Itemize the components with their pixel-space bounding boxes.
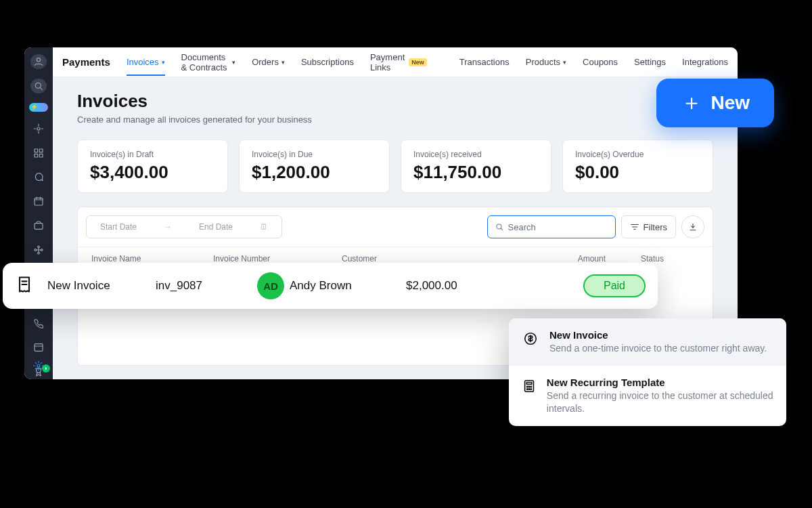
menu-item-desc: Send a recurring invoice to the customer… [547,389,774,415]
filter-icon [630,222,639,232]
settings-badge-icon [42,364,50,373]
svg-point-22 [528,386,529,387]
svg-rect-4 [39,149,43,152]
chevron-down-icon: ▾ [162,59,165,66]
svg-point-0 [37,58,40,62]
chevron-down-icon: ▾ [232,59,235,66]
svg-point-23 [531,386,531,387]
rocket-icon[interactable] [30,121,47,136]
nav-products[interactable]: Products ▾ [526,57,566,67]
svg-rect-8 [35,224,43,230]
nodes-icon[interactable] [30,242,47,257]
col-invoice-number: Invoice Number [213,254,342,263]
menu-new-invoice[interactable]: New Invoice Send a one-time invoice to t… [509,318,786,366]
svg-rect-3 [35,149,38,152]
page-header: Invoices Create and manage all invoices … [77,91,713,125]
menu-item-title: New Recurring Template [547,377,774,388]
svg-point-26 [531,389,531,389]
download-icon [688,222,698,232]
svg-rect-7 [35,198,43,206]
svg-point-17 [497,224,501,229]
menu-item-desc: Send a one-time invoice to the customer … [549,342,767,355]
invoice-doc-icon [15,275,34,297]
chevron-down-icon: ▾ [563,59,566,66]
arrow-right-icon: → [164,222,172,232]
menu-new-recurring[interactable]: New Recurring Template Send a recurring … [509,366,786,426]
page-subtitle: Create and manage all invoices generated… [77,114,713,125]
top-nav: Payments Invoices ▾ Documents & Contract… [53,47,738,77]
plus-icon: ＋ [681,88,702,118]
search-icon [495,222,504,232]
row-invoice-number: inv_9087 [156,279,257,293]
svg-rect-20 [526,382,531,384]
stat-row: Invoice(s) in Draft $3,400.00 Invoice(s)… [77,140,713,193]
briefcase-icon[interactable] [30,218,47,233]
col-customer: Customer [342,254,484,263]
row-amount: $2,000.00 [406,279,521,293]
stat-due: Invoice(s) in Due $1,200.00 [239,140,390,193]
stat-overdue: Invoice(s) Overdue $0.00 [562,140,713,193]
chevron-down-icon: ▾ [281,59,285,66]
nav-coupons[interactable]: Coupons [583,57,618,67]
row-customer-name: Andy Brown [290,279,352,293]
col-status: Status [606,254,699,263]
calculator-icon [521,377,537,396]
left-rail [24,47,53,379]
end-date-placeholder: End Date [199,222,233,232]
grid-icon[interactable] [30,146,47,161]
svg-point-2 [37,127,40,130]
dollar-circle-icon [521,329,540,348]
filters-button[interactable]: Filters [621,215,676,238]
row-invoice-name: New Invoice [47,279,156,293]
stat-draft: Invoice(s) in Draft $3,400.00 [77,140,228,193]
new-menu: New Invoice Send a one-time invoice to t… [509,318,786,426]
nav-payment-links[interactable]: Payment Links New [370,52,427,72]
date-range-picker[interactable]: Start Date → End Date 🗓 [86,215,282,238]
svg-point-21 [526,386,527,387]
table-toolbar: Start Date → End Date 🗓 Search Filters [78,207,713,247]
quick-toggle[interactable] [29,103,48,112]
user-avatar-icon[interactable] [30,54,47,69]
svg-point-16 [37,364,40,367]
svg-point-1 [35,83,41,88]
start-date-placeholder: Start Date [100,222,137,232]
page-title: Invoices [77,91,713,112]
customer-avatar: AD [257,272,284,299]
calendar-icon[interactable] [30,194,47,209]
calendar-icon: 🗓 [260,222,268,232]
svg-rect-6 [39,154,43,157]
svg-point-24 [526,389,527,389]
browser-icon[interactable] [30,340,47,355]
new-button-label: New [710,92,750,114]
chat-icon[interactable] [30,170,47,185]
nav-subscriptions[interactable]: Subscriptions [301,57,354,67]
nav-transactions[interactable]: Transactions [459,57,510,67]
brand-label: Payments [62,56,110,68]
new-button[interactable]: ＋ New [656,79,774,127]
menu-item-title: New Invoice [549,329,767,341]
download-button[interactable] [681,215,704,238]
invoice-row-highlight[interactable]: New Invoice inv_9087 AD Andy Brown $2,00… [3,263,658,309]
col-amount: Amount [484,254,606,263]
search-icon[interactable] [30,79,47,93]
new-badge: New [409,58,427,66]
nav-settings[interactable]: Settings [634,57,666,67]
svg-point-25 [528,389,529,389]
nav-orders[interactable]: Orders ▾ [252,57,285,67]
nav-integrations[interactable]: Integrations [682,57,728,67]
nav-invoices[interactable]: Invoices ▾ [127,57,165,76]
col-invoice-name: Invoice Name [91,254,213,263]
svg-rect-14 [35,344,43,352]
nav-documents[interactable]: Documents & Contracts ▾ [181,52,236,72]
svg-rect-5 [35,154,38,157]
phone-icon[interactable] [30,316,47,331]
status-badge-paid: Paid [583,274,646,297]
stat-received: Invoice(s) received $11,750.00 [401,140,551,193]
search-input[interactable]: Search [487,215,616,238]
